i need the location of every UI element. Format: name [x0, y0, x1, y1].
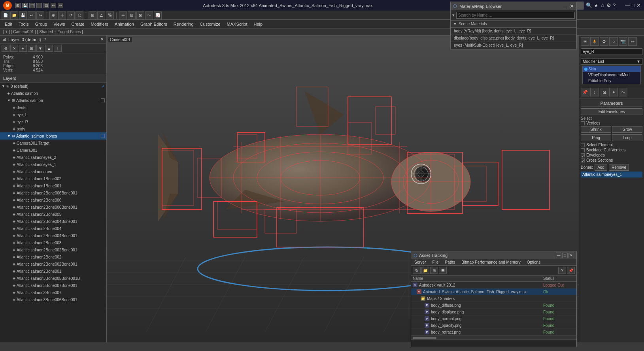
asset-tb-list[interactable]: ☰: [439, 267, 447, 274]
column-name-header[interactable]: Name: [413, 276, 543, 281]
asset-tracking-header[interactable]: ⬡ Asset Tracking — □ ✕: [411, 251, 576, 259]
layer-toolbar-close[interactable]: ✕: [10, 45, 18, 52]
close-icon[interactable]: ✕: [636, 2, 641, 8]
layer-item-12[interactable]: ◈Atlantic salmonnnec: [0, 168, 106, 175]
layer-item-17[interactable]: ◈Atlantic salmon2Bone006Bone001: [0, 204, 106, 211]
asset-close[interactable]: ✕: [568, 253, 574, 258]
layer-item-25[interactable]: ◈Atlantic salmon2Bone002Bone001: [0, 260, 106, 268]
layer-item-6[interactable]: ◈body: [0, 125, 106, 132]
grow-button[interactable]: Grow: [612, 126, 642, 133]
menu-graph-editors[interactable]: Graph Editors: [137, 21, 170, 27]
toolbar-btn-redo[interactable]: ↪: [36, 11, 44, 19]
bookmark-icon[interactable]: ★: [594, 2, 599, 8]
layer-item-21[interactable]: ◈Atlantic salmon2Bone004Bone001: [0, 232, 106, 239]
modifier-skin[interactable]: Skin: [583, 66, 640, 72]
layer-toolbar-settings[interactable]: ⚙: [2, 45, 9, 52]
layer-list[interactable]: ▼⊞0 (default)✓◈Atlantic salmon▼⊞Atlantic…: [0, 83, 106, 342]
minimize-icon[interactable]: —: [625, 2, 630, 8]
edit-envelopes-button[interactable]: Edit Envelopes: [581, 108, 642, 115]
toolbar-btn-angle-snap[interactable]: ∠: [97, 11, 105, 19]
layer-item-9[interactable]: ◈Camera001: [0, 147, 106, 154]
layer-item-16[interactable]: ◈Atlantic salmon2Bone006: [0, 196, 106, 204]
asset-menu-server[interactable]: Server: [411, 259, 429, 265]
layer-item-28[interactable]: ◈Atlantic salmon3Bone007Bone001: [0, 282, 106, 289]
win-btn-2[interactable]: 💾: [22, 3, 28, 8]
envelopes-checkbox[interactable]: ✓: [581, 153, 585, 157]
settings-icon[interactable]: ⚙: [606, 2, 611, 8]
nav-curve-icon[interactable]: 〜: [619, 88, 627, 96]
menu-maxscript[interactable]: MAXScript: [224, 21, 251, 27]
asset-minimize[interactable]: —: [556, 253, 561, 258]
win-btn-7[interactable]: ↪: [58, 3, 63, 8]
column-status-header[interactable]: Status: [543, 276, 575, 281]
toolbar-btn-align[interactable]: ⊟: [128, 11, 136, 19]
material-search-input[interactable]: [456, 12, 575, 19]
asset-tb-refresh[interactable]: ↻: [413, 267, 421, 274]
asset-tb-help[interactable]: ?: [558, 267, 566, 274]
toolbar-btn-move[interactable]: ✛: [58, 11, 66, 19]
asset-maximize[interactable]: □: [562, 253, 568, 258]
right-icon-globe[interactable]: ○: [609, 37, 618, 46]
menu-customize[interactable]: Customize: [197, 21, 224, 27]
star-icon[interactable]: ☆: [600, 2, 605, 8]
asset-tb-folder[interactable]: 📁: [421, 267, 429, 274]
loop-button[interactable]: Loop: [612, 134, 642, 141]
menu-create[interactable]: Create: [68, 21, 87, 27]
layer-item-4[interactable]: ◈eye_L: [0, 111, 106, 118]
layer-toolbar-expand[interactable]: ▼: [36, 45, 44, 52]
right-icon-figure[interactable]: 🧍: [590, 37, 599, 46]
menu-rendering[interactable]: Rendering: [170, 21, 197, 27]
win-btn-3[interactable]: ⬚: [29, 3, 35, 8]
eye-r-input[interactable]: [581, 48, 642, 55]
mat-section-collapse-icon[interactable]: ▼: [453, 22, 457, 26]
layer-item-14[interactable]: ◈Atlantic salmon1Bone001: [0, 182, 106, 189]
toolbar-btn-mirror[interactable]: ⇔: [119, 11, 127, 19]
layer-item-1[interactable]: ◈Atlantic salmon: [0, 90, 106, 97]
layer-item-15[interactable]: ◈Atlantic salmon2Bone006Bone001: [0, 189, 106, 196]
shrink-button[interactable]: Shrink: [581, 126, 611, 133]
toolbar-btn-layer[interactable]: ⊠: [136, 11, 144, 19]
asset-row-opacity[interactable]: P body_opacity.png Found: [411, 322, 576, 329]
cross-sections-checkbox[interactable]: ✓: [581, 159, 585, 162]
layer-item-11[interactable]: ◈Atlantic salmoneyes_1: [0, 161, 106, 168]
win-btn-1[interactable]: ⊞: [15, 3, 21, 8]
layer-item-8[interactable]: ◈Camera001.Target: [0, 140, 106, 147]
toolbar-btn-open[interactable]: 📁: [10, 11, 18, 19]
material-item-2[interactable]: eyes (Multi/Sub-Object) [eye_L, eye_R]: [451, 42, 576, 49]
asset-menu-bitmap[interactable]: Bitmap Performance and Memory: [458, 259, 524, 265]
modifier-vray-displacement[interactable]: VRayDisplacementMod: [583, 72, 640, 78]
right-icon-gear[interactable]: ⚙: [600, 37, 608, 46]
win-btn-6[interactable]: ↩: [51, 3, 56, 8]
menu-edit[interactable]: Edit: [2, 21, 15, 27]
asset-row-displace[interactable]: P body_displace.png Found: [411, 309, 576, 315]
layer-item-2[interactable]: ▼⊞Atlantic salmon: [0, 97, 106, 104]
asset-horizontal-scrollbar[interactable]: [411, 336, 576, 340]
toolbar-btn-percent-snap[interactable]: %: [106, 11, 114, 19]
modifier-list-label[interactable]: Modifier List ▼: [581, 58, 642, 65]
layer-item-10[interactable]: ◈Atlantic salmoneyes_2: [0, 154, 106, 161]
win-btn-4[interactable]: ⬛: [36, 3, 42, 8]
material-item-1[interactable]: displace(body_displace.png) [body, dents…: [451, 35, 576, 42]
nav-move-icon[interactable]: ↕: [590, 88, 599, 96]
layer-toolbar-move-up[interactable]: ↑: [54, 45, 62, 52]
layer-item-29[interactable]: ◈Atlantic salmon3Bone007: [0, 289, 106, 296]
toolbar-btn-curve[interactable]: 〜: [145, 11, 153, 19]
layer-help-icon[interactable]: ?: [43, 37, 46, 42]
layer-item-22[interactable]: ◈Atlantic salmon2Bone003: [0, 239, 106, 246]
scrollbar-thumb[interactable]: [413, 337, 436, 339]
material-item-0[interactable]: body (VRayMtl) [body, dents, eye_L, eye_…: [451, 28, 576, 35]
menu-views[interactable]: Views: [50, 21, 68, 27]
nav-pin-icon[interactable]: 📌: [581, 88, 589, 96]
layer-item-24[interactable]: ◈Atlantic salmon2Bone002: [0, 253, 106, 260]
remove-bone-button[interactable]: Remove: [609, 164, 629, 171]
layer-item-20[interactable]: ◈Atlantic salmon2Bone004: [0, 225, 106, 232]
menu-animation[interactable]: Animation: [111, 21, 137, 27]
asset-menu-file[interactable]: File: [429, 259, 442, 265]
mat-minimize[interactable]: —: [561, 4, 569, 9]
toolbar-btn-rotate[interactable]: ↺: [67, 11, 75, 19]
asset-row-vault[interactable]: V Autodesk Vault 2012 Logged Out: [411, 282, 576, 289]
menu-tools[interactable]: Tools: [15, 21, 32, 27]
layer-item-5[interactable]: ◈eye_R: [0, 118, 106, 125]
menu-help[interactable]: Help: [251, 21, 266, 27]
mat-close-icon[interactable]: ✕: [570, 3, 574, 9]
